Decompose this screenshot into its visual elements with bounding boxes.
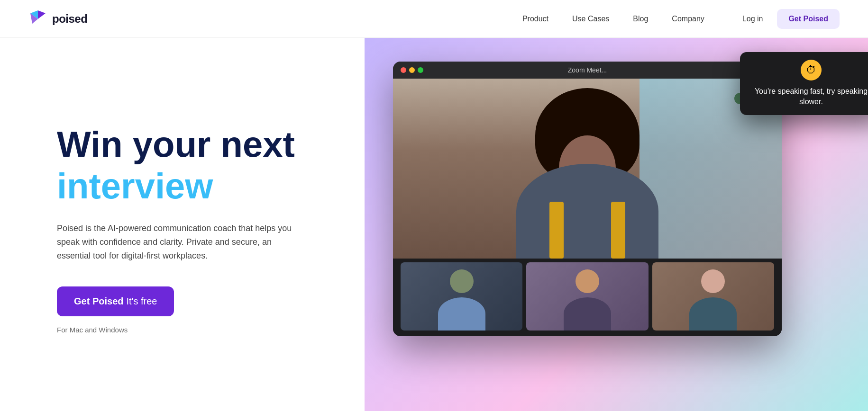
logo-text: poised — [52, 12, 87, 26]
headline-line1: Win your next — [57, 125, 336, 164]
headline-line2: interview — [57, 164, 336, 207]
cta-button[interactable]: Get Poised It's free — [57, 286, 174, 316]
main-speaker-bg — [393, 79, 782, 259]
nav-right: Log in Get Poised — [742, 9, 840, 29]
headline: Win your next interview — [57, 125, 336, 222]
get-poised-nav-button[interactable]: Get Poised — [777, 9, 840, 29]
p2-head — [576, 269, 599, 293]
strap-left — [549, 202, 564, 259]
p3-body — [689, 297, 737, 331]
hero-description: Poised is the AI-powered communication c… — [57, 222, 303, 262]
p1-body — [438, 297, 485, 331]
platform-note: For Mac and Windows — [57, 326, 336, 334]
timer-emoji: ⏱ — [806, 64, 816, 76]
svg-marker-1 — [38, 10, 46, 19]
overlay-icon-row: ⏱ — [749, 60, 868, 80]
zoom-participants — [393, 259, 782, 334]
cta-bold: Get Poised — [74, 296, 123, 307]
hero-left: Win your next interview Poised is the AI… — [0, 38, 365, 411]
zoom-controls — [393, 334, 782, 336]
participant-1 — [401, 262, 522, 331]
dot-green — [418, 67, 423, 73]
zoom-window-dots — [401, 67, 423, 73]
zoom-titlebar: Zoom Meet... — [393, 62, 782, 79]
logo[interactable]: poised — [28, 9, 87, 28]
poised-overlay: ✕ ⏱ You're speaking fast, try speaking s… — [740, 52, 868, 115]
dot-red — [401, 67, 406, 73]
participant-2 — [526, 262, 648, 331]
navbar: poised Product Use Cases Blog Company Lo… — [0, 0, 868, 38]
nav-product[interactable]: Product — [522, 15, 548, 23]
timer-icon: ⏱ — [801, 60, 822, 80]
hero-right: Zoom Meet... — [365, 38, 868, 411]
nav-company[interactable]: Company — [672, 15, 704, 23]
logo-icon — [28, 9, 47, 28]
dot-yellow — [409, 67, 415, 73]
zoom-title: Zoom Meet... — [568, 66, 607, 74]
cta-light: It's free — [126, 296, 157, 307]
p3-head — [701, 269, 725, 293]
overlay-message: You're speaking fast, try speaking slowe… — [749, 86, 868, 107]
zoom-main-video — [393, 79, 782, 259]
strap-right — [611, 202, 625, 259]
nav-blog[interactable]: Blog — [633, 15, 648, 23]
p1-head — [450, 269, 474, 293]
nav-links: Product Use Cases Blog Company — [522, 15, 704, 23]
p2-body — [564, 297, 611, 331]
login-link[interactable]: Log in — [742, 15, 763, 23]
nav-use-cases[interactable]: Use Cases — [572, 15, 609, 23]
speaker-body — [516, 164, 658, 259]
zoom-mock-window: Zoom Meet... — [393, 62, 782, 336]
participant-3 — [652, 262, 774, 331]
main-container: Win your next interview Poised is the AI… — [0, 38, 868, 411]
